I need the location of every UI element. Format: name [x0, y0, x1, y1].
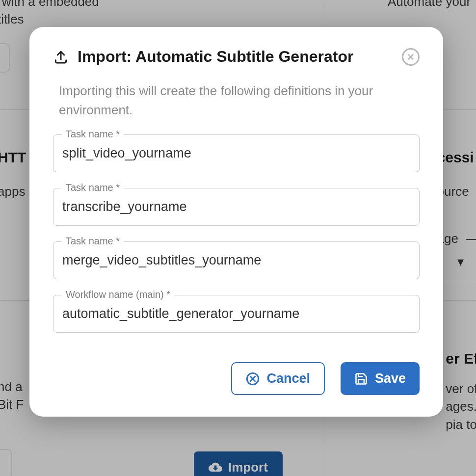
cancel-button[interactable]: Cancel — [231, 362, 325, 395]
task-name-field-3: Task name * — [53, 241, 420, 279]
save-label: Save — [375, 371, 406, 386]
task-name-field-1: Task name * — [53, 134, 420, 172]
close-icon — [406, 53, 415, 61]
modal-title: Import: Automatic Subtitle Generator — [78, 48, 393, 66]
task-name-field-2: Task name * — [53, 188, 420, 226]
task-name-input-3[interactable] — [53, 241, 420, 279]
cancel-circle-icon — [246, 372, 260, 386]
workflow-name-field: Workflow name (main) * — [53, 295, 420, 333]
task-name-input-1[interactable] — [53, 134, 420, 172]
import-modal: Import: Automatic Subtitle Generator Imp… — [29, 27, 443, 417]
field-label: Task name * — [62, 129, 124, 140]
cancel-label: Cancel — [266, 371, 310, 386]
task-name-input-2[interactable] — [53, 188, 420, 226]
workflow-name-input[interactable] — [53, 295, 420, 333]
field-label: Workflow name (main) * — [62, 289, 174, 300]
modal-description: Importing this will create the following… — [53, 81, 420, 120]
field-label: Task name * — [62, 182, 124, 193]
save-icon — [354, 372, 368, 386]
close-button[interactable] — [402, 48, 420, 66]
upload-icon — [53, 49, 69, 65]
save-button[interactable]: Save — [341, 362, 420, 395]
modal-header: Import: Automatic Subtitle Generator — [53, 48, 420, 66]
field-label: Task name * — [62, 236, 124, 247]
modal-footer: Cancel Save — [53, 362, 420, 395]
